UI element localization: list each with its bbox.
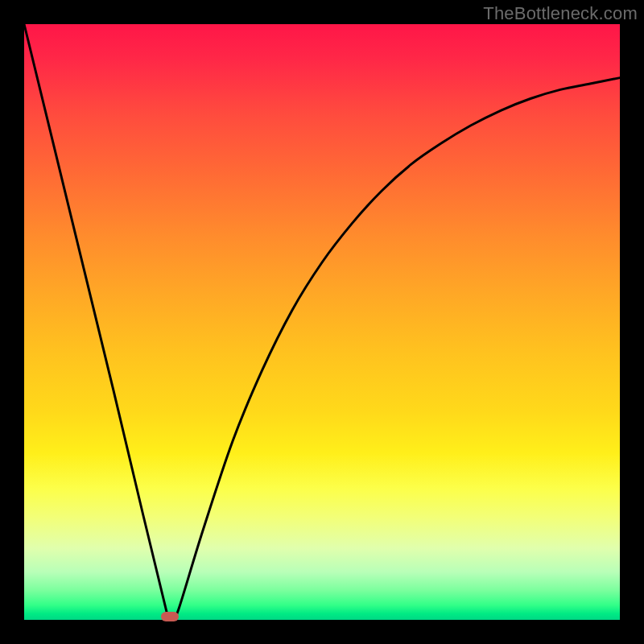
bottleneck-curve-path [24, 24, 620, 620]
optimum-marker [161, 612, 179, 621]
curve-svg [24, 24, 620, 620]
plot-area [24, 24, 620, 620]
watermark-text: TheBottleneck.com [483, 3, 638, 24]
chart-frame: TheBottleneck.com [0, 0, 644, 644]
